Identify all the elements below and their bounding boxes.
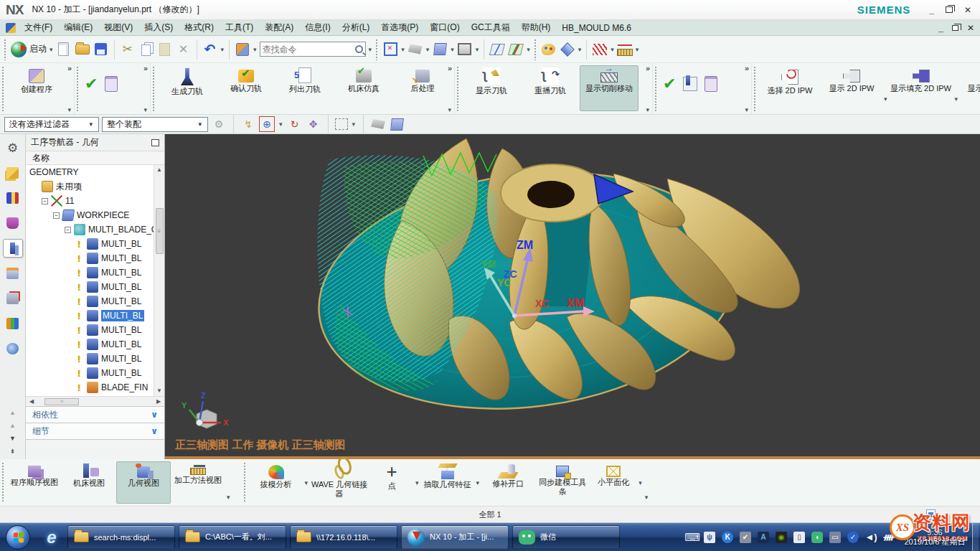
panel-float-icon[interactable]: [151, 139, 159, 146]
operations-clipboard-icon[interactable]: [705, 76, 717, 92]
start-menu-button[interactable]: 启动: [29, 43, 47, 55]
k-player-icon[interactable]: K: [722, 532, 733, 543]
assembly-navigator-tab[interactable]: [3, 164, 23, 182]
new-file-button[interactable]: [55, 39, 73, 60]
chevron-down-icon[interactable]: ∨: [151, 410, 158, 420]
taskbar-folder-network[interactable]: \\172.16.0.118\...: [290, 525, 397, 549]
undo-dropdown-icon[interactable]: ▾: [221, 46, 225, 53]
group-dropdown-icon[interactable]: ▾: [745, 106, 748, 113]
verify-tool-icon[interactable]: ✔: [663, 76, 676, 92]
scroll-down-icon[interactable]: ▼: [9, 435, 16, 442]
horizontal-scrollbar[interactable]: ◀ ≡ ▶: [26, 396, 164, 406]
tree-row-operation[interactable]: ! MULTI_BL: [26, 323, 154, 337]
close-button[interactable]: ✕: [964, 6, 971, 14]
search-icon[interactable]: [355, 45, 363, 53]
tree-row-multi-blade-geom[interactable]: − MULTI_BLADE_G: [26, 222, 154, 237]
dropdown-icon[interactable]: ▾: [476, 479, 480, 486]
render-dropdown-icon[interactable]: ▾: [426, 46, 430, 53]
create-program-button[interactable]: 创建程序: [7, 65, 66, 111]
patch-opening-button[interactable]: 修补开口: [481, 461, 535, 504]
part-navigator-button[interactable]: [233, 39, 252, 60]
assembly-select-icon[interactable]: ⚙: [211, 116, 227, 132]
tree-row-operation-selected[interactable]: ! MULTI_BL: [26, 309, 154, 323]
menu-item-help[interactable]: 帮助(H): [516, 20, 557, 35]
command-search-input[interactable]: [263, 44, 355, 55]
postprocess-button[interactable]: 后处理: [393, 65, 452, 111]
window-style-button[interactable]: [456, 39, 474, 60]
snap-point-icon[interactable]: ⊕: [259, 116, 275, 132]
scrollbar-thumb[interactable]: ≡: [44, 398, 79, 405]
display-icon[interactable]: ▭: [829, 532, 841, 543]
phone-sync-icon[interactable]: ▯: [793, 532, 805, 543]
part-navigator-tab[interactable]: [3, 214, 23, 232]
group-dropdown-icon[interactable]: ▾: [143, 106, 147, 113]
taskbar-folder-abc[interactable]: C:\ABC\一看。刘...: [179, 525, 286, 549]
menu-item-format[interactable]: 格式(R): [179, 20, 220, 35]
minimize-button[interactable]: _: [929, 6, 934, 14]
menu-item-assemblies[interactable]: 装配(A): [259, 20, 299, 35]
menu-item-information[interactable]: 信息(I): [299, 20, 336, 35]
constraint-navigator-tab[interactable]: [3, 189, 23, 207]
scroll-up-icon[interactable]: ▲: [9, 423, 16, 429]
menu-item-preferences[interactable]: 首选项(P): [375, 20, 424, 35]
scroll-up-icon[interactable]: ▲: [9, 410, 16, 416]
snap-dropdown-icon[interactable]: ▾: [279, 121, 283, 128]
group-overflow-icon[interactable]: »: [67, 64, 72, 72]
taskbar-nx-button[interactable]: NX 10 - 加工 - [ji...: [401, 525, 509, 549]
select-2d-ipw-button[interactable]: 选择 2D IPW: [759, 65, 821, 111]
tree-row-operation[interactable]: ! MULTI_BL: [26, 237, 154, 251]
scroll-left-icon[interactable]: ◀: [27, 398, 36, 405]
start-dropdown-icon[interactable]: ▾: [50, 46, 53, 53]
tree-row-operation[interactable]: ! MULTI_BL: [26, 265, 154, 280]
usb-eject-icon[interactable]: ✔: [740, 532, 751, 543]
scroll-bottom-icon[interactable]: ⇟: [10, 448, 16, 455]
browser-button[interactable]: e: [39, 527, 64, 547]
geometry-view-button[interactable]: 几何视图: [116, 461, 171, 504]
collapse-icon[interactable]: −: [65, 227, 71, 233]
angle-dropdown-icon[interactable]: ▾: [611, 46, 614, 53]
roles-tab[interactable]: ⚙: [3, 138, 23, 157]
collapse-icon[interactable]: −: [42, 198, 48, 204]
start-button[interactable]: [6, 525, 30, 550]
show-datum-button[interactable]: [488, 39, 507, 60]
menu-item-tools[interactable]: 工具(T): [220, 20, 259, 35]
save-button[interactable]: [92, 39, 110, 60]
shield-icon[interactable]: ✓: [847, 532, 859, 543]
true-shading-button[interactable]: [540, 39, 558, 60]
generate-toolpath-button[interactable]: 生成刀轨: [158, 65, 217, 111]
taskbar-folder-search[interactable]: search-ms:displ...: [67, 525, 175, 549]
menu-item-hb-mould[interactable]: HB_MOULD M6.6: [556, 22, 637, 34]
tool-sheet-icon[interactable]: [683, 77, 697, 91]
process-assistant-tab[interactable]: [3, 289, 23, 308]
render-style-button[interactable]: [406, 39, 425, 60]
shaded-view-button[interactable]: [430, 39, 449, 60]
collapse-icon[interactable]: −: [53, 212, 60, 219]
scroll-right-icon[interactable]: ▶: [154, 398, 163, 405]
measure-angle-button[interactable]: [590, 39, 609, 60]
show-3d-ipw-button[interactable]: 显示 3D IPW: [959, 65, 980, 111]
part-tree-dropdown-icon[interactable]: ▾: [253, 46, 257, 53]
shaded-ball-icon[interactable]: [371, 119, 385, 129]
measure-dropdown-icon[interactable]: ▾: [636, 46, 639, 53]
search-dropdown-icon[interactable]: ▾: [369, 46, 372, 53]
show-filled-2d-ipw-button[interactable]: 显示填充 2D IPW: [889, 65, 953, 111]
operations-list-icon[interactable]: [105, 76, 118, 92]
dropdown-icon[interactable]: ▾: [415, 479, 419, 486]
select-dropdown-icon[interactable]: ▾: [352, 121, 356, 128]
replay-toolpath-button[interactable]: 重播刀轨: [521, 65, 580, 111]
menu-item-insert[interactable]: 插入(S): [138, 20, 179, 35]
vertical-scrollbar[interactable]: ▲ ≡ ▼: [154, 165, 164, 396]
machining-method-view-button[interactable]: 加工方法视图: [171, 461, 225, 504]
group-overflow-icon[interactable]: »: [143, 64, 148, 72]
tree-row-operation[interactable]: ! MULTI_BL: [26, 280, 154, 294]
usb-icon[interactable]: ψ: [704, 532, 715, 543]
synchronous-modeling-toolbar-button[interactable]: 同步建模工具条: [535, 461, 590, 504]
taskbar-wechat-button[interactable]: 微信: [512, 525, 620, 549]
group-dropdown-icon[interactable]: ▾: [227, 494, 230, 501]
toolbar-drag-handle[interactable]: [375, 39, 379, 60]
group-dropdown-icon[interactable]: ▾: [448, 106, 451, 113]
group-dropdown-icon[interactable]: ▾: [646, 106, 649, 113]
verify-toolpath-button[interactable]: 确认刀轨: [217, 65, 275, 111]
facet-body-button[interactable]: 小平面化: [590, 461, 637, 504]
tree-row-operation[interactable]: ! MULTI_BL: [26, 251, 154, 265]
